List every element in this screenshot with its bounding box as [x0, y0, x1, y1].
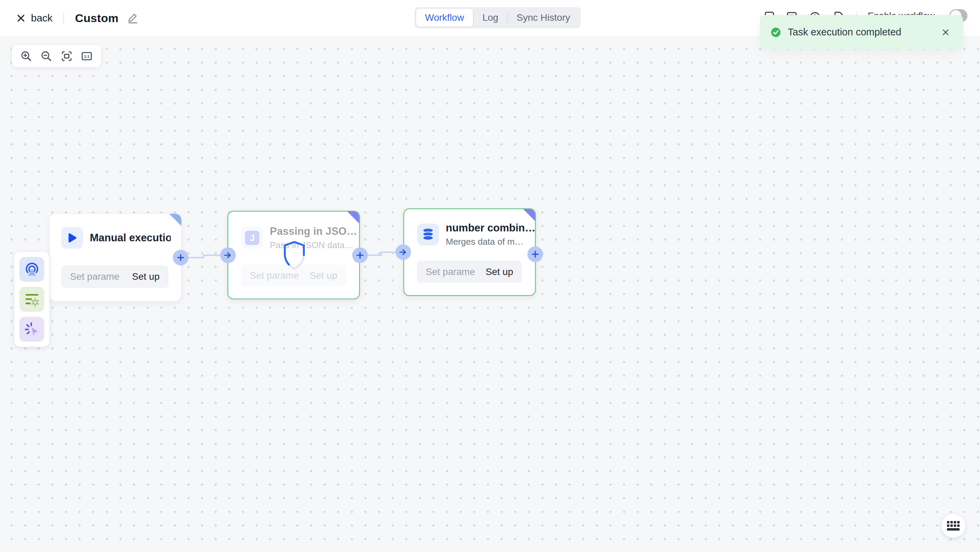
node-corner-fold — [347, 212, 360, 224]
zoom-in-button[interactable] — [21, 50, 32, 62]
input-port-node-3[interactable] — [395, 244, 411, 260]
canvas-zoom-toolbar: 1:1 — [12, 45, 101, 67]
back-button[interactable]: back — [16, 12, 52, 24]
node-subtitle: Merges data of m… — [446, 237, 536, 247]
node-manual-execution[interactable]: Manual execution Set parame Set up — [50, 214, 181, 301]
set-up-button[interactable]: Set up — [310, 270, 337, 281]
arrow-right-icon — [224, 251, 232, 259]
set-up-button[interactable]: Set up — [485, 266, 513, 277]
svg-text:1:1: 1:1 — [84, 54, 89, 59]
node-title: Manual execution — [90, 232, 171, 244]
trigger-node-button[interactable] — [19, 257, 44, 282]
node-palette — [14, 252, 49, 347]
add-next-node-port-3[interactable] — [527, 247, 543, 262]
tab-log[interactable]: Log — [474, 9, 508, 27]
one-to-one-icon: 1:1 — [81, 50, 92, 62]
plus-icon — [531, 250, 539, 258]
close-icon — [16, 14, 25, 23]
header-divider — [63, 12, 64, 24]
set-parameters-button[interactable]: Set parame — [426, 266, 475, 277]
success-check-icon — [771, 27, 781, 37]
set-parameters-button[interactable]: Set parame — [70, 271, 119, 282]
add-next-node-port-1[interactable] — [173, 250, 189, 266]
fit-view-button[interactable] — [61, 50, 73, 62]
view-tabs: Workflow Log Sync History — [414, 7, 581, 28]
task-config-node-button[interactable] — [19, 287, 44, 312]
json-file-icon: J — [241, 227, 263, 249]
node-action-bar: Set parame Set up — [61, 266, 169, 288]
tab-sync-history[interactable]: Sync History — [508, 9, 579, 27]
fit-view-icon — [61, 50, 73, 62]
plus-icon — [177, 253, 185, 262]
add-next-node-port-2[interactable] — [352, 247, 368, 263]
zoom-out-icon — [40, 50, 52, 62]
plus-icon — [356, 251, 364, 259]
node-action-bar: Set parame Set up — [417, 261, 522, 283]
input-port-node-2[interactable] — [220, 247, 236, 263]
toast-message: Task execution completed — [788, 27, 940, 38]
toast-close-button[interactable] — [940, 27, 951, 37]
node-title: Passing in JSO… — [270, 225, 357, 237]
zoom-in-icon — [21, 50, 32, 62]
set-up-button[interactable]: Set up — [132, 271, 159, 282]
node-number-combination[interactable]: number combin… Merges data of m… Set par… — [403, 208, 536, 296]
tab-workflow[interactable]: Workflow — [416, 9, 473, 27]
click-action-icon — [24, 321, 40, 337]
page-title: Custom — [75, 11, 118, 25]
node-corner-fold — [523, 209, 535, 221]
edit-title-button[interactable] — [127, 13, 138, 24]
keyboard-shortcuts-button[interactable] — [942, 514, 966, 538]
node-title: number combin… — [446, 222, 536, 234]
workflow-editor: back Custom Workflow Log Sync History — [0, 0, 980, 552]
actual-size-button[interactable]: 1:1 — [81, 50, 92, 62]
arrow-right-icon — [399, 248, 408, 256]
edge-manual-to-json — [189, 255, 220, 258]
play-icon — [61, 227, 83, 249]
workflow-canvas[interactable]: 1:1 — [0, 36, 980, 552]
edge-json-to-combine — [368, 252, 395, 255]
toast-notification: Task execution completed — [760, 15, 963, 49]
keyboard-icon — [947, 521, 960, 531]
set-parameters-button[interactable]: Set parame — [250, 270, 299, 281]
action-node-button[interactable] — [19, 317, 44, 342]
pencil-icon — [127, 13, 138, 24]
zoom-out-button[interactable] — [40, 50, 52, 62]
trigger-icon — [24, 262, 40, 277]
node-corner-fold — [169, 214, 181, 226]
database-icon — [417, 224, 439, 245]
close-icon — [942, 29, 950, 36]
task-list-gear-icon — [24, 292, 40, 307]
running-shield-spinner — [282, 240, 307, 271]
back-label: back — [31, 12, 52, 24]
